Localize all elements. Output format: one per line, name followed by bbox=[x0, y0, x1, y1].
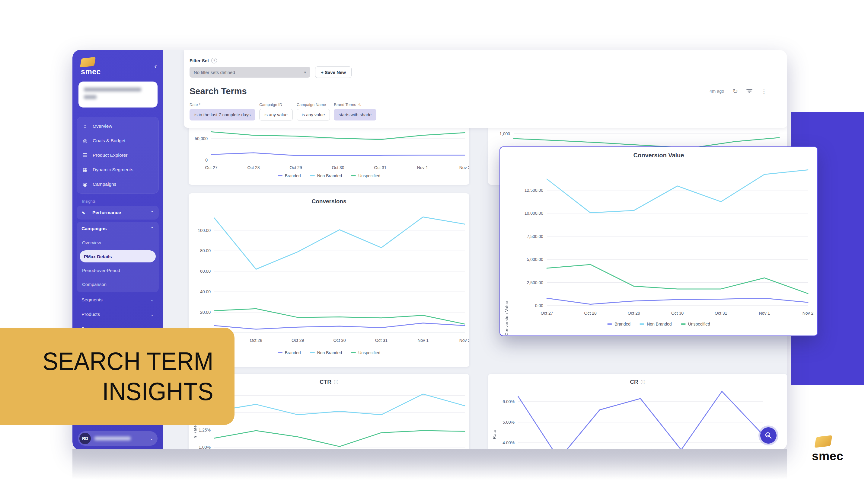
filter-campaign-id: Campaign ID is any value bbox=[259, 103, 293, 120]
sidebar-item-campaigns-overview[interactable]: Overview bbox=[77, 235, 159, 250]
filters-row: Date * is in the last 7 complete days Ca… bbox=[189, 103, 787, 120]
sidebar-item-label: Comparison bbox=[82, 282, 106, 287]
svg-text:Oct 29: Oct 29 bbox=[628, 311, 640, 316]
svg-text:Oct 27: Oct 27 bbox=[205, 165, 217, 170]
sidebar-item-performance[interactable]: ∿ Performance ⌃ bbox=[77, 206, 159, 220]
svg-text:Oct 31: Oct 31 bbox=[375, 338, 388, 343]
chevron-up-icon: ⌃ bbox=[150, 226, 154, 231]
account-name-redacted-2 bbox=[84, 95, 97, 99]
sidebar-item-label: Overview bbox=[82, 240, 101, 245]
account-name-redacted bbox=[84, 88, 141, 91]
svg-text:Oct 28: Oct 28 bbox=[250, 338, 262, 343]
sidebar-item-label: Goals & Budget bbox=[93, 138, 126, 143]
sidebar-group-performance: ∿ Performance ⌃ bbox=[77, 206, 159, 220]
title-overlay: SEARCH TERM INSIGHTS bbox=[0, 328, 235, 425]
chevron-up-icon: ⌃ bbox=[150, 210, 154, 215]
sidebar-item-label: Overview bbox=[93, 123, 112, 129]
sidebar-item-comparison[interactable]: Comparison bbox=[77, 277, 159, 292]
account-selector[interactable] bbox=[79, 82, 158, 108]
caret-down-icon: ▾ bbox=[304, 70, 306, 75]
magnifier-icon bbox=[765, 432, 772, 439]
filter-label: Brand Terms bbox=[334, 103, 356, 107]
brand-terms-filter-chip[interactable]: starts with shade bbox=[334, 109, 376, 120]
campaign-name-filter-chip[interactable]: is any value bbox=[297, 109, 330, 120]
smec-logo-text: smec bbox=[81, 67, 101, 76]
smec-logo: smec bbox=[81, 58, 101, 76]
sidebar-item-label: Performance bbox=[92, 210, 121, 215]
line-chart: 12,500.0010,000.007,500.005,000.002,500.… bbox=[500, 147, 817, 335]
grid-icon: ▦ bbox=[82, 167, 88, 173]
sidebar-item-campaigns[interactable]: ◉ Campaigns bbox=[77, 177, 158, 192]
svg-text:20.00: 20.00 bbox=[200, 310, 211, 315]
sidebar-main-group: ⌂ Overview ◎ Goals & Budget ☰ Product Ex… bbox=[77, 117, 159, 194]
svg-text:Oct 30: Oct 30 bbox=[332, 165, 344, 170]
sidebar-item-label: Product Explorer bbox=[93, 152, 127, 158]
campaign-id-filter-chip[interactable]: is any value bbox=[259, 109, 293, 120]
sidebar-item-label: Period-over-Period bbox=[82, 268, 120, 273]
overlay-title-line1: SEARCH TERM bbox=[42, 345, 213, 377]
save-new-button[interactable]: + Save New bbox=[315, 66, 351, 78]
sidebar-item-period-over-period[interactable]: Period-over-Period bbox=[77, 263, 159, 277]
filter-set-dropdown[interactable]: No filter sets defined ▾ bbox=[189, 67, 310, 78]
filter-icon[interactable] bbox=[746, 89, 752, 93]
date-filter-chip[interactable]: is in the last 7 complete days bbox=[189, 109, 255, 120]
svg-text:0.00: 0.00 bbox=[535, 303, 543, 308]
sidebar-item-dynamic-segments[interactable]: ▦ Dynamic Segments bbox=[77, 163, 158, 177]
svg-text:Oct 31: Oct 31 bbox=[715, 311, 727, 316]
svg-text:Nov 2: Nov 2 bbox=[459, 338, 469, 343]
svg-text:1.25%: 1.25% bbox=[198, 428, 211, 432]
user-name-redacted bbox=[94, 437, 131, 440]
smec-logo-icon bbox=[80, 57, 96, 67]
warning-icon: ⚠ bbox=[358, 103, 361, 107]
sidebar-item-segments[interactable]: Segments ⌄ bbox=[77, 293, 159, 307]
avatar: RD bbox=[80, 433, 91, 444]
filter-brand-terms: Brand Terms ⚠ starts with shade bbox=[334, 103, 376, 120]
svg-text:0: 0 bbox=[205, 157, 208, 163]
sidebar-collapse-icon[interactable]: ‹ bbox=[154, 63, 157, 69]
svg-text:Oct 28: Oct 28 bbox=[247, 165, 259, 170]
filter-set-label: Filter Set ? bbox=[189, 58, 787, 63]
sidebar-item-label: PMax Details bbox=[84, 254, 112, 259]
legend-item: Non Branded bbox=[640, 322, 672, 326]
filter-label: Campaign ID bbox=[259, 103, 282, 107]
sidebar-item-product-explorer[interactable]: ☰ Product Explorer bbox=[77, 148, 158, 163]
help-icon[interactable]: ? bbox=[211, 58, 217, 63]
legend-item: Non Branded bbox=[310, 173, 342, 178]
svg-text:10,000.00: 10,000.00 bbox=[525, 211, 543, 216]
kebab-menu-icon[interactable]: ⋮ bbox=[761, 88, 767, 94]
svg-text:5,000.00: 5,000.00 bbox=[527, 257, 544, 262]
header-meta: 4m ago ↻ ⋮ bbox=[710, 88, 767, 94]
svg-text:Oct 29: Oct 29 bbox=[289, 165, 302, 170]
filter-label: Campaign Name bbox=[297, 103, 326, 107]
svg-text:80.00: 80.00 bbox=[200, 248, 211, 253]
chart-legend: BrandedNon BrandedUnspecified bbox=[189, 173, 469, 178]
sidebar-item-label: Campaigns bbox=[82, 226, 107, 231]
sidebar-item-overview[interactable]: ⌂ Overview bbox=[77, 119, 158, 134]
sidebar-item-products[interactable]: Products ⌄ bbox=[77, 308, 159, 321]
page-title: Search Terms bbox=[189, 86, 787, 96]
user-menu[interactable]: RD ⌄ bbox=[78, 431, 158, 446]
sidebar-item-label: Segments bbox=[82, 297, 103, 303]
filter-campaign-name: Campaign Name is any value bbox=[297, 103, 330, 120]
svg-text:7,500.00: 7,500.00 bbox=[527, 234, 544, 239]
svg-text:2,500.00: 2,500.00 bbox=[527, 280, 544, 285]
chart-popup-conversion-value: Conversion Value Conversion Value 12,500… bbox=[499, 146, 818, 336]
sidebar-item-campaigns-group[interactable]: Campaigns ⌃ bbox=[77, 222, 159, 235]
svg-text:1,000: 1,000 bbox=[499, 132, 510, 136]
chart-line-icon: ∿ bbox=[82, 210, 88, 216]
svg-text:100.00: 100.00 bbox=[198, 228, 211, 233]
sidebar-item-goals-budget[interactable]: ◎ Goals & Budget bbox=[77, 134, 158, 148]
refresh-icon[interactable]: ↻ bbox=[733, 88, 738, 94]
chart-legend: BrandedNon BrandedUnspecified bbox=[500, 322, 817, 326]
legend-item: Unspecified bbox=[681, 322, 710, 326]
svg-text:Oct 30: Oct 30 bbox=[333, 338, 346, 343]
svg-text:12,500.00: 12,500.00 bbox=[525, 188, 543, 193]
svg-text:50,000: 50,000 bbox=[195, 136, 208, 141]
zoom-button[interactable] bbox=[760, 427, 777, 443]
overlay-title-line2: INSIGHTS bbox=[102, 375, 213, 407]
list-icon: ☰ bbox=[82, 152, 88, 159]
sidebar-item-pmax-details[interactable]: PMax Details bbox=[80, 250, 156, 262]
legend-item: Unspecified bbox=[351, 173, 380, 178]
filter-set-label-text: Filter Set bbox=[189, 58, 209, 63]
svg-text:Oct 29: Oct 29 bbox=[291, 338, 304, 343]
